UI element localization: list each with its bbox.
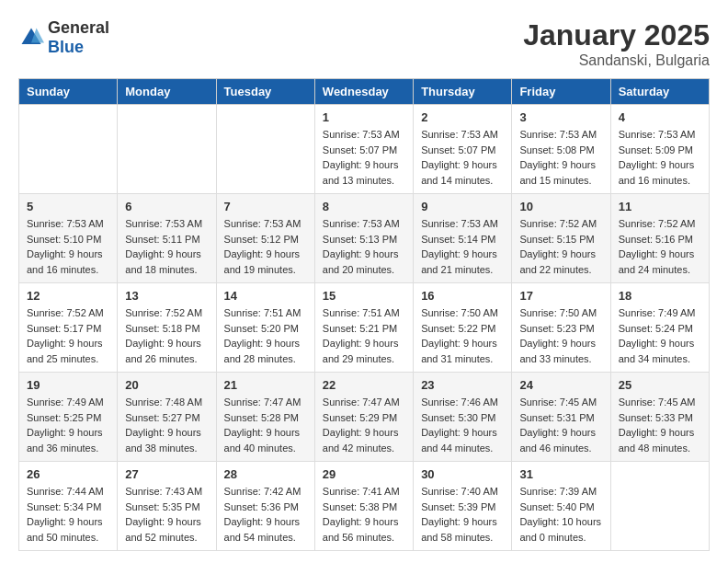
sunset-text: Sunset: 5:33 PM <box>619 412 693 423</box>
day-number: 13 <box>125 289 208 303</box>
weekday-header-row: SundayMondayTuesdayWednesdayThursdayFrid… <box>19 79 710 105</box>
day-info: Sunrise: 7:53 AM Sunset: 5:07 PM Dayligh… <box>421 127 504 188</box>
sunrise-text: Sunrise: 7:52 AM <box>619 218 696 229</box>
calendar-week-row: 12 Sunrise: 7:52 AM Sunset: 5:17 PM Dayl… <box>19 283 710 373</box>
sunrise-text: Sunrise: 7:53 AM <box>421 129 498 140</box>
daylight-text: Daylight: 9 hours and 40 minutes. <box>224 427 301 454</box>
sunset-text: Sunset: 5:40 PM <box>519 501 594 512</box>
calendar-cell: 13 Sunrise: 7:52 AM Sunset: 5:18 PM Dayl… <box>118 283 216 373</box>
day-number: 2 <box>421 110 504 124</box>
sunset-text: Sunset: 5:29 PM <box>323 412 397 423</box>
calendar-cell <box>610 462 709 551</box>
daylight-text: Daylight: 9 hours and 28 minutes. <box>224 338 301 364</box>
sunset-text: Sunset: 5:07 PM <box>323 144 397 155</box>
calendar-cell: 2 Sunrise: 7:53 AM Sunset: 5:07 PM Dayli… <box>414 105 512 194</box>
calendar-cell: 4 Sunrise: 7:53 AM Sunset: 5:09 PM Dayli… <box>610 105 709 194</box>
calendar-cell: 5 Sunrise: 7:53 AM Sunset: 5:10 PM Dayli… <box>19 194 118 283</box>
sunrise-text: Sunrise: 7:53 AM <box>125 218 202 229</box>
sunrise-text: Sunrise: 7:39 AM <box>519 486 597 497</box>
day-info: Sunrise: 7:47 AM Sunset: 5:29 PM Dayligh… <box>323 395 405 455</box>
day-number: 30 <box>421 467 504 481</box>
sunset-text: Sunset: 5:39 PM <box>421 501 495 512</box>
logo-text: General Blue <box>48 18 109 57</box>
calendar-cell: 15 Sunrise: 7:51 AM Sunset: 5:21 PM Dayl… <box>314 283 413 373</box>
sunset-text: Sunset: 5:22 PM <box>421 323 495 334</box>
calendar-cell <box>118 105 216 194</box>
day-number: 16 <box>421 289 504 303</box>
month-title: January 2025 <box>523 18 710 52</box>
day-info: Sunrise: 7:53 AM Sunset: 5:13 PM Dayligh… <box>323 216 405 277</box>
day-number: 22 <box>323 378 405 392</box>
calendar-cell: 21 Sunrise: 7:47 AM Sunset: 5:28 PM Dayl… <box>216 373 314 462</box>
calendar-cell: 8 Sunrise: 7:53 AM Sunset: 5:13 PM Dayli… <box>314 194 413 283</box>
day-number: 17 <box>519 289 602 303</box>
calendar-cell: 14 Sunrise: 7:51 AM Sunset: 5:20 PM Dayl… <box>216 283 314 373</box>
day-info: Sunrise: 7:52 AM Sunset: 5:17 PM Dayligh… <box>27 305 109 366</box>
calendar-cell: 26 Sunrise: 7:44 AM Sunset: 5:34 PM Dayl… <box>19 462 118 551</box>
sunrise-text: Sunrise: 7:44 AM <box>27 486 104 497</box>
day-number: 10 <box>519 200 602 213</box>
weekday-header: Wednesday <box>314 79 413 105</box>
calendar-cell: 10 Sunrise: 7:52 AM Sunset: 5:15 PM Dayl… <box>512 194 610 283</box>
calendar-week-row: 19 Sunrise: 7:49 AM Sunset: 5:25 PM Dayl… <box>19 373 710 462</box>
page-header: General Blue January 2025 Sandanski, Bul… <box>18 18 710 69</box>
sunrise-text: Sunrise: 7:50 AM <box>421 307 498 318</box>
sunset-text: Sunset: 5:07 PM <box>421 144 495 155</box>
sunrise-text: Sunrise: 7:45 AM <box>519 396 597 408</box>
sunrise-text: Sunrise: 7:53 AM <box>224 218 301 229</box>
calendar-table: SundayMondayTuesdayWednesdayThursdayFrid… <box>18 78 710 551</box>
calendar-cell: 27 Sunrise: 7:43 AM Sunset: 5:35 PM Dayl… <box>118 462 216 551</box>
day-info: Sunrise: 7:51 AM Sunset: 5:21 PM Dayligh… <box>323 305 405 366</box>
sunrise-text: Sunrise: 7:45 AM <box>619 396 696 408</box>
day-info: Sunrise: 7:51 AM Sunset: 5:20 PM Dayligh… <box>224 305 307 366</box>
calendar-cell: 22 Sunrise: 7:47 AM Sunset: 5:29 PM Dayl… <box>314 373 413 462</box>
day-number: 27 <box>125 467 208 481</box>
sunset-text: Sunset: 5:30 PM <box>421 412 495 423</box>
title-block: January 2025 Sandanski, Bulgaria <box>523 18 710 69</box>
logo-icon <box>18 25 44 51</box>
sunrise-text: Sunrise: 7:49 AM <box>27 396 104 408</box>
day-info: Sunrise: 7:53 AM Sunset: 5:10 PM Dayligh… <box>27 216 109 277</box>
sunrise-text: Sunrise: 7:41 AM <box>323 486 400 497</box>
sunset-text: Sunset: 5:24 PM <box>619 323 693 334</box>
logo: General Blue <box>18 18 109 57</box>
day-info: Sunrise: 7:52 AM Sunset: 5:15 PM Dayligh… <box>519 216 602 277</box>
day-number: 24 <box>519 378 602 392</box>
sunset-text: Sunset: 5:38 PM <box>323 501 397 512</box>
sunrise-text: Sunrise: 7:52 AM <box>125 307 202 318</box>
calendar-cell: 16 Sunrise: 7:50 AM Sunset: 5:22 PM Dayl… <box>414 283 512 373</box>
day-info: Sunrise: 7:49 AM Sunset: 5:25 PM Dayligh… <box>27 395 109 455</box>
daylight-text: Daylight: 9 hours and 24 minutes. <box>619 248 695 275</box>
daylight-text: Daylight: 9 hours and 34 minutes. <box>619 338 695 364</box>
daylight-text: Daylight: 9 hours and 54 minutes. <box>224 516 301 543</box>
day-info: Sunrise: 7:45 AM Sunset: 5:33 PM Dayligh… <box>619 395 701 455</box>
day-info: Sunrise: 7:53 AM Sunset: 5:12 PM Dayligh… <box>224 216 307 277</box>
day-number: 25 <box>619 378 701 392</box>
day-number: 1 <box>323 110 405 124</box>
sunrise-text: Sunrise: 7:51 AM <box>323 307 400 318</box>
calendar-cell <box>216 105 314 194</box>
calendar-cell: 20 Sunrise: 7:48 AM Sunset: 5:27 PM Dayl… <box>118 373 216 462</box>
sunset-text: Sunset: 5:11 PM <box>125 234 199 245</box>
day-info: Sunrise: 7:44 AM Sunset: 5:34 PM Dayligh… <box>27 484 109 545</box>
daylight-text: Daylight: 9 hours and 44 minutes. <box>421 427 497 454</box>
sunset-text: Sunset: 5:17 PM <box>27 323 101 334</box>
sunrise-text: Sunrise: 7:49 AM <box>619 307 696 318</box>
weekday-header: Friday <box>512 79 610 105</box>
day-info: Sunrise: 7:48 AM Sunset: 5:27 PM Dayligh… <box>125 395 208 455</box>
day-info: Sunrise: 7:53 AM Sunset: 5:09 PM Dayligh… <box>619 127 701 188</box>
day-number: 31 <box>519 467 602 481</box>
daylight-text: Daylight: 9 hours and 58 minutes. <box>421 516 497 543</box>
calendar-week-row: 1 Sunrise: 7:53 AM Sunset: 5:07 PM Dayli… <box>19 105 710 194</box>
sunrise-text: Sunrise: 7:40 AM <box>421 486 498 497</box>
daylight-text: Daylight: 9 hours and 18 minutes. <box>125 248 201 275</box>
daylight-text: Daylight: 9 hours and 26 minutes. <box>125 338 201 364</box>
day-number: 12 <box>27 289 109 303</box>
daylight-text: Daylight: 9 hours and 13 minutes. <box>323 159 399 186</box>
weekday-header: Sunday <box>19 79 118 105</box>
daylight-text: Daylight: 9 hours and 14 minutes. <box>421 159 497 186</box>
day-number: 5 <box>27 200 109 213</box>
calendar-cell: 18 Sunrise: 7:49 AM Sunset: 5:24 PM Dayl… <box>610 283 709 373</box>
daylight-text: Daylight: 9 hours and 20 minutes. <box>323 248 399 275</box>
sunrise-text: Sunrise: 7:50 AM <box>519 307 597 318</box>
